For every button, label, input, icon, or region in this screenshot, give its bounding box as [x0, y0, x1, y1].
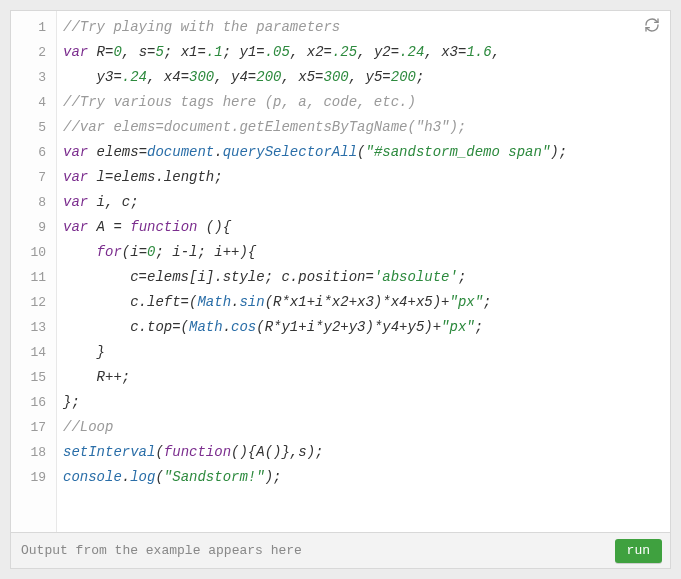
code-token: ( — [155, 444, 163, 460]
code-token: , y5= — [349, 69, 391, 85]
code-token: 200 — [391, 69, 416, 85]
code-token: , x5= — [282, 69, 324, 85]
code-token: var — [63, 169, 88, 185]
refresh-icon[interactable] — [644, 17, 660, 33]
code-token: var — [63, 144, 88, 160]
code-token: function — [130, 219, 197, 235]
code-token: //Try various tags here (p, a, code, etc… — [63, 94, 416, 110]
code-line[interactable]: //Try playing with the parameters — [63, 15, 664, 40]
line-number: 7 — [11, 165, 56, 190]
code-editor-panel: 12345678910111213141516171819 //Try play… — [10, 10, 671, 569]
code-token: "px" — [450, 294, 484, 310]
output-bar: Output from the example appears here run — [11, 532, 670, 568]
code-token: R= — [88, 44, 113, 60]
code-token: , x4= — [147, 69, 189, 85]
code-token: (i= — [122, 244, 147, 260]
code-token: c=elems[i].style; c.position= — [63, 269, 374, 285]
line-number: 11 — [11, 265, 56, 290]
code-line[interactable]: for(i=0; i-l; i++){ — [63, 240, 664, 265]
line-number: 9 — [11, 215, 56, 240]
code-line[interactable]: var A = function (){ — [63, 215, 664, 240]
code-line[interactable]: setInterval(function(){A()},s); — [63, 440, 664, 465]
line-number: 15 — [11, 365, 56, 390]
code-token: var — [63, 194, 88, 210]
line-number: 12 — [11, 290, 56, 315]
code-token: elems= — [88, 144, 147, 160]
code-token: "#sandstorm_demo span" — [365, 144, 550, 160]
code-token: c.top=( — [63, 319, 189, 335]
code-token: R++; — [63, 369, 130, 385]
code-token: sin — [239, 294, 264, 310]
output-placeholder: Output from the example appears here — [21, 543, 302, 558]
run-button[interactable]: run — [615, 539, 662, 563]
code-token: .05 — [265, 44, 290, 60]
line-number: 8 — [11, 190, 56, 215]
code-token: (R*x1+i*x2+x3)*x4+x5)+ — [265, 294, 450, 310]
code-line[interactable]: var R=0, s=5; x1=.1; y1=.05, x2=.25, y2=… — [63, 40, 664, 65]
code-token: . — [122, 469, 130, 485]
code-line[interactable]: R++; — [63, 365, 664, 390]
code-token: } — [63, 344, 105, 360]
code-token: 5 — [155, 44, 163, 60]
code-line[interactable]: } — [63, 340, 664, 365]
line-number: 16 — [11, 390, 56, 415]
code-token: 200 — [256, 69, 281, 85]
line-number: 2 — [11, 40, 56, 65]
line-number: 6 — [11, 140, 56, 165]
line-number: 19 — [11, 465, 56, 490]
code-token: Math — [189, 319, 223, 335]
code-token: A = — [88, 219, 130, 235]
code-content[interactable]: //Try playing with the parametersvar R=0… — [57, 11, 670, 532]
code-token: ; — [458, 269, 466, 285]
code-line[interactable]: //Try various tags here (p, a, code, etc… — [63, 90, 664, 115]
code-line[interactable]: c=elems[i].style; c.position='absolute'; — [63, 265, 664, 290]
code-token: document — [147, 144, 214, 160]
code-line[interactable]: var i, c; — [63, 190, 664, 215]
code-line[interactable]: console.log("Sandstorm!"); — [63, 465, 664, 490]
code-token: console — [63, 469, 122, 485]
code-token: .1 — [206, 44, 223, 60]
code-token: "Sandstorm!" — [164, 469, 265, 485]
line-number: 4 — [11, 90, 56, 115]
code-token: ( — [155, 469, 163, 485]
code-line[interactable]: }; — [63, 390, 664, 415]
code-token: //Loop — [63, 419, 113, 435]
code-token: ; y1= — [223, 44, 265, 60]
code-token: 1.6 — [466, 44, 491, 60]
code-line[interactable]: //var elems=document.getElementsByTagNam… — [63, 115, 664, 140]
code-token: for — [97, 244, 122, 260]
code-token: cos — [231, 319, 256, 335]
code-line[interactable]: c.top=(Math.cos(R*y1+i*y2+y3)*y4+y5)+"px… — [63, 315, 664, 340]
code-token: y3= — [63, 69, 122, 85]
code-token: function — [164, 444, 231, 460]
code-token: var — [63, 219, 88, 235]
code-line[interactable]: //Loop — [63, 415, 664, 440]
code-token: Math — [197, 294, 231, 310]
code-token: c.left=( — [63, 294, 197, 310]
line-number: 1 — [11, 15, 56, 40]
code-token: 300 — [324, 69, 349, 85]
line-gutter: 12345678910111213141516171819 — [11, 11, 57, 532]
code-token: , x3= — [424, 44, 466, 60]
code-area[interactable]: 12345678910111213141516171819 //Try play… — [11, 11, 670, 532]
code-token: 300 — [189, 69, 214, 85]
code-token: 'absolute' — [374, 269, 458, 285]
code-token: .25 — [332, 44, 357, 60]
code-token: ; — [483, 294, 491, 310]
code-token: ; x1= — [164, 44, 206, 60]
code-token: .24 — [399, 44, 424, 60]
code-line[interactable]: var elems=document.querySelectorAll("#sa… — [63, 140, 664, 165]
code-token: }; — [63, 394, 80, 410]
line-number: 5 — [11, 115, 56, 140]
code-token: var — [63, 44, 88, 60]
line-number: 18 — [11, 440, 56, 465]
code-token: , x2= — [290, 44, 332, 60]
code-line[interactable]: y3=.24, x4=300, y4=200, x5=300, y5=200; — [63, 65, 664, 90]
code-token: , y4= — [214, 69, 256, 85]
code-token: "px" — [441, 319, 475, 335]
code-line[interactable]: var l=elems.length; — [63, 165, 664, 190]
code-token — [63, 244, 97, 260]
code-token: ; i-l; i++){ — [155, 244, 256, 260]
code-line[interactable]: c.left=(Math.sin(R*x1+i*x2+x3)*x4+x5)+"p… — [63, 290, 664, 315]
code-token: i, c; — [88, 194, 138, 210]
